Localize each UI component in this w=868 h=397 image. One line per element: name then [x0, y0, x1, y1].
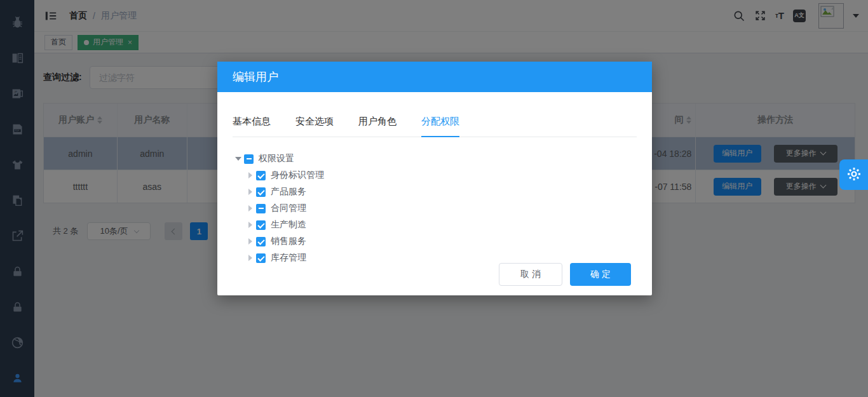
caret-collapsed-icon[interactable] — [247, 238, 256, 245]
tree-node-label: 销售服务 — [271, 236, 306, 247]
caret-collapsed-icon[interactable] — [247, 172, 256, 178]
tree-node-label: 合同管理 — [271, 203, 306, 214]
confirm-button[interactable]: 确 定 — [570, 263, 631, 286]
tree-node-label: 权限设置 — [259, 153, 294, 165]
edit-user-dialog: 编辑用户 基本信息 安全选项 用户角色 分配权限 权限设置 身份标识管理 产品服… — [217, 62, 652, 295]
tree-node[interactable]: 生产制造 — [247, 217, 652, 233]
permission-tree: 权限设置 身份标识管理 产品服务 合同管理 生产制造 销售服务 — [235, 151, 652, 266]
tree-node[interactable]: 销售服务 — [247, 233, 652, 250]
checkbox-indeterminate[interactable] — [244, 154, 254, 164]
caret-collapsed-icon[interactable] — [247, 255, 256, 261]
caret-collapsed-icon[interactable] — [247, 222, 256, 228]
checkbox-checked[interactable] — [256, 253, 266, 263]
tab-security-options[interactable]: 安全选项 — [295, 116, 334, 137]
cancel-button[interactable]: 取 消 — [499, 263, 562, 286]
gear-icon — [846, 166, 862, 184]
tree-node[interactable]: 产品服务 — [247, 184, 652, 200]
dialog-footer: 取 消 确 定 — [499, 263, 631, 286]
checkbox-checked[interactable] — [256, 237, 266, 246]
dialog-tabs: 基本信息 安全选项 用户角色 分配权限 — [233, 116, 637, 137]
caret-collapsed-icon[interactable] — [247, 205, 256, 212]
tree-node-root[interactable]: 权限设置 — [235, 151, 652, 167]
tab-basic-info[interactable]: 基本信息 — [233, 116, 271, 137]
tree-node[interactable]: 身份标识管理 — [247, 167, 652, 184]
caret-collapsed-icon[interactable] — [247, 189, 256, 195]
tab-assign-permissions[interactable]: 分配权限 — [421, 116, 459, 137]
dialog-title: 编辑用户 — [233, 69, 278, 84]
tab-user-roles[interactable]: 用户角色 — [358, 116, 397, 137]
tree-node-label: 产品服务 — [271, 186, 306, 198]
checkbox-indeterminate[interactable] — [256, 204, 266, 213]
tree-node-label: 身份标识管理 — [271, 170, 324, 181]
checkbox-checked[interactable] — [256, 220, 266, 230]
tree-node[interactable]: 合同管理 — [247, 200, 652, 217]
tree-node-label: 库存管理 — [271, 252, 306, 264]
checkbox-checked[interactable] — [256, 171, 266, 180]
checkbox-checked[interactable] — [256, 187, 266, 197]
tree-node-label: 生产制造 — [271, 219, 306, 231]
caret-expanded-icon[interactable] — [235, 154, 244, 164]
dialog-header: 编辑用户 — [217, 62, 652, 92]
settings-fab[interactable] — [839, 159, 868, 190]
